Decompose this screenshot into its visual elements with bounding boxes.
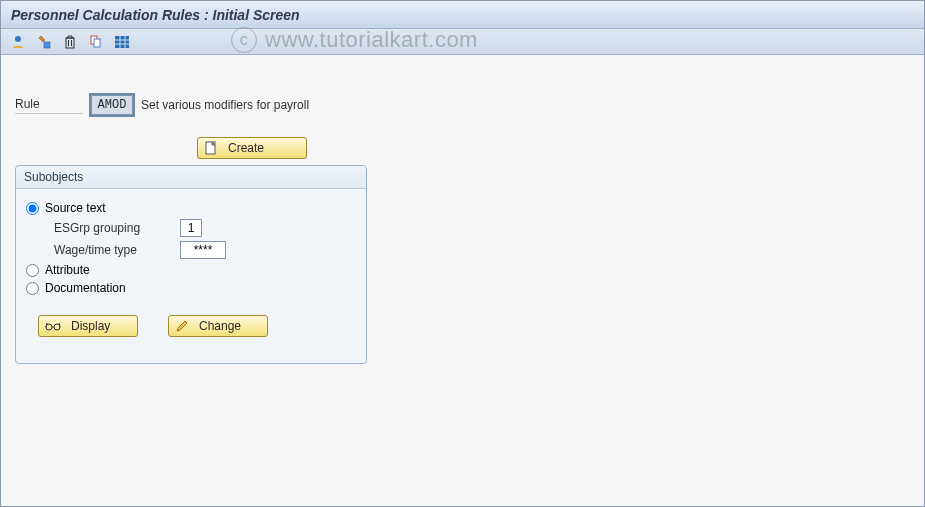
radio-documentation-label: Documentation	[45, 281, 126, 295]
document-new-icon	[204, 141, 218, 155]
radio-source-text-input[interactable]	[26, 202, 39, 215]
toolbar-clipboard-button[interactable]	[85, 32, 107, 52]
esgrp-input[interactable]	[180, 219, 202, 237]
toolbar-copy-button[interactable]	[33, 32, 55, 52]
svg-rect-5	[115, 36, 129, 48]
subobjects-title: Subobjects	[16, 166, 366, 189]
rule-label: Rule	[15, 97, 83, 114]
toolbar	[1, 29, 924, 55]
window: Personnel Calculation Rules : Initial Sc…	[0, 0, 925, 507]
create-button[interactable]: Create	[197, 137, 307, 159]
page-title: Personnel Calculation Rules : Initial Sc…	[11, 7, 300, 23]
toolbar-delete-button[interactable]	[59, 32, 81, 52]
change-button-label: Change	[199, 319, 241, 333]
toolbar-person-button[interactable]	[7, 32, 29, 52]
grid-icon	[114, 35, 130, 49]
wage-input[interactable]	[180, 241, 226, 259]
radio-source-text[interactable]: Source text	[26, 201, 356, 215]
display-button[interactable]: Display	[38, 315, 138, 337]
radio-documentation[interactable]: Documentation	[26, 281, 356, 295]
person-icon	[10, 34, 26, 50]
rule-description: Set various modifiers for payroll	[141, 98, 309, 112]
glasses-icon	[45, 320, 61, 332]
source-text-fields: ESGrp grouping Wage/time type	[26, 219, 356, 259]
copy-chain-icon	[36, 34, 52, 50]
create-button-label: Create	[228, 141, 264, 155]
subobjects-body: Source text ESGrp grouping Wage/time typ…	[16, 189, 366, 363]
radio-documentation-input[interactable]	[26, 282, 39, 295]
display-button-label: Display	[71, 319, 110, 333]
radio-attribute-input[interactable]	[26, 264, 39, 277]
rule-input[interactable]: AMOD	[91, 95, 133, 115]
svg-rect-2	[66, 38, 74, 48]
subobjects-group: Subobjects Source text ESGrp grouping Wa…	[15, 165, 367, 364]
clipboard-icon	[89, 34, 103, 50]
delete-icon	[63, 34, 77, 50]
svg-point-0	[15, 36, 21, 42]
radio-attribute[interactable]: Attribute	[26, 263, 356, 277]
rule-row: Rule AMOD Set various modifiers for payr…	[15, 95, 910, 115]
radio-attribute-label: Attribute	[45, 263, 90, 277]
svg-rect-1	[44, 42, 50, 48]
radio-source-text-label: Source text	[45, 201, 106, 215]
wage-label: Wage/time type	[54, 243, 174, 257]
pencil-icon	[175, 319, 189, 333]
esgrp-label: ESGrp grouping	[54, 221, 174, 235]
change-button[interactable]: Change	[168, 315, 268, 337]
title-bar: Personnel Calculation Rules : Initial Sc…	[1, 1, 924, 29]
action-button-row: Display Change	[26, 299, 356, 351]
toolbar-grid-button[interactable]	[111, 32, 133, 52]
content-area: Rule AMOD Set various modifiers for payr…	[1, 55, 924, 378]
svg-rect-4	[94, 39, 100, 47]
